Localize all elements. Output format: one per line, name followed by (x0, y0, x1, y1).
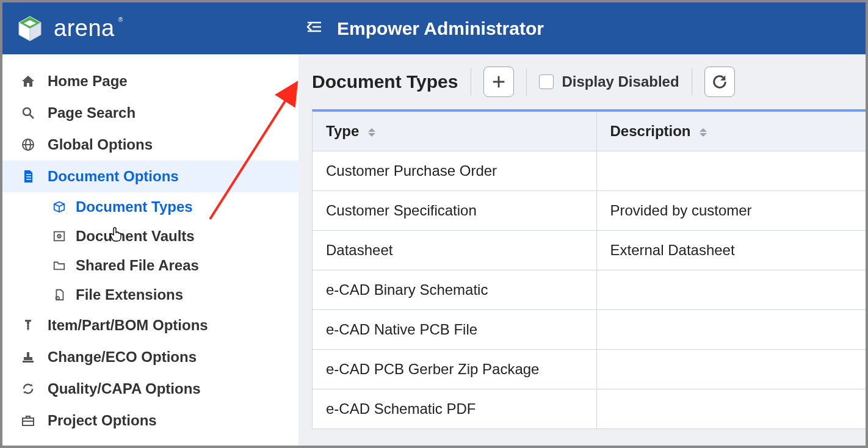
svg-point-17 (59, 236, 60, 237)
refresh-button[interactable] (704, 67, 735, 97)
cell-type: Customer Specification (313, 191, 596, 231)
home-icon (20, 73, 37, 90)
svg-rect-13 (26, 176, 31, 178)
briefcase-icon (20, 412, 37, 429)
sidebar-subitem-label: Document Types (76, 198, 193, 215)
svg-rect-21 (27, 352, 29, 357)
cell-type: e-CAD Schematic PDF (313, 389, 596, 429)
sidebar-item-home[interactable]: Home Page (2, 65, 298, 97)
sidebar-item-item-part-bom-options[interactable]: Item/Part/BOM Options (2, 309, 298, 341)
vault-icon (51, 228, 67, 244)
cell-type: Datasheet (313, 231, 596, 270)
svg-rect-23 (23, 361, 34, 363)
search-icon (20, 104, 37, 121)
cell-description (596, 310, 866, 350)
toggle-sidebar-button[interactable] (302, 16, 326, 41)
brand-block: arena ® (15, 13, 302, 44)
sidebar: Home Page Page Search Global Options Doc… (2, 54, 298, 446)
sidebar-item-label: Quality/CAPA Options (48, 380, 201, 397)
document-icon (20, 168, 37, 185)
column-header-label: Type (326, 123, 359, 139)
cell-type: e-CAD Binary Schematic (313, 270, 596, 310)
checkbox-icon[interactable] (539, 74, 554, 89)
globe-icon (20, 136, 37, 153)
svg-text:i: i (57, 297, 58, 300)
divider (526, 68, 527, 95)
sort-icon (700, 128, 707, 137)
svg-point-7 (23, 108, 31, 115)
file-info-icon: i (51, 287, 67, 303)
folder-icon (51, 258, 67, 273)
sidebar-subitem-shared-file-areas[interactable]: Shared File Areas (39, 251, 298, 280)
sidebar-subitem-file-extensions[interactable]: i File Extensions (39, 280, 298, 309)
sidebar-subitem-document-types[interactable]: Document Types (39, 192, 298, 222)
svg-rect-14 (26, 179, 31, 180)
main-panel: Document Types Display Disabled (298, 54, 866, 446)
table-row[interactable]: e-CAD PCB Gerber Zip Package (313, 350, 866, 389)
document-options-subitems: Document Types Document Vaults Shared Fi… (2, 192, 298, 309)
stamp-icon (20, 349, 37, 366)
brand-name: arena (54, 15, 115, 42)
sidebar-item-label: Global Options (48, 136, 153, 153)
refresh-icon (711, 73, 728, 90)
cell-type: e-CAD PCB Gerber Zip Package (313, 350, 596, 389)
table-row[interactable]: e-CAD Schematic PDF (313, 389, 866, 429)
sidebar-item-global-options[interactable]: Global Options (2, 129, 298, 161)
screw-icon (20, 317, 37, 334)
svg-rect-12 (26, 174, 31, 175)
cell-description: External Datasheet (596, 231, 866, 270)
sidebar-item-document-options[interactable]: Document Options (2, 161, 298, 192)
app-title: Empower Administrator (337, 18, 544, 39)
sidebar-item-label: Home Page (48, 73, 128, 90)
brand-logo-icon (15, 13, 45, 44)
table-header-row: Type Description (313, 112, 866, 151)
add-button[interactable] (483, 67, 514, 97)
cycle-icon (20, 380, 37, 397)
divider (471, 68, 471, 95)
column-header-type[interactable]: Type (313, 112, 596, 151)
table-row[interactable]: Customer Purchase Order (313, 151, 866, 191)
sidebar-item-change-eco-options[interactable]: Change/ECO Options (2, 341, 298, 373)
table-row[interactable]: DatasheetExternal Datasheet (313, 231, 866, 270)
sidebar-item-project-options[interactable]: Project Options (2, 405, 298, 436)
svg-rect-20 (25, 320, 31, 322)
sidebar-item-label: Item/Part/BOM Options (48, 317, 208, 334)
column-header-label: Description (610, 123, 691, 139)
sidebar-subitem-label: Shared File Areas (76, 257, 199, 274)
cell-description (596, 350, 866, 389)
sort-icon (368, 128, 375, 137)
sidebar-subitem-label: Document Vaults (76, 228, 195, 245)
sidebar-subitem-label: File Extensions (76, 286, 183, 303)
divider (692, 68, 692, 95)
plus-icon (490, 73, 507, 90)
cell-type: Customer Purchase Order (313, 151, 596, 191)
sidebar-item-label: Document Options (48, 168, 179, 185)
sidebar-item-label: Project Options (48, 412, 157, 429)
cell-description (596, 389, 866, 429)
page-header: Document Types Display Disabled (298, 54, 866, 109)
svg-rect-22 (24, 357, 32, 360)
sidebar-item-label: Page Search (48, 104, 136, 121)
menu-collapse-icon (305, 20, 322, 37)
top-bar: arena ® Empower Administrator (2, 2, 866, 54)
trademark-icon: ® (118, 16, 123, 23)
cell-description (596, 151, 866, 191)
sidebar-item-quality-capa-options[interactable]: Quality/CAPA Options (2, 373, 298, 405)
sidebar-item-page-search[interactable]: Page Search (2, 97, 298, 129)
table-row[interactable]: e-CAD Binary Schematic (313, 270, 866, 310)
box-icon (51, 199, 67, 215)
page-title: Document Types (312, 71, 458, 92)
table-row[interactable]: e-CAD Native PCB File (313, 310, 866, 350)
cell-description: Provided by customer (596, 191, 866, 231)
table-row[interactable]: Customer SpecificationProvided by custom… (313, 191, 866, 231)
document-types-table: Type Description Customer Purchase Order… (312, 109, 866, 429)
display-disabled-toggle[interactable]: Display Disabled (539, 73, 679, 90)
cell-description (596, 270, 866, 310)
column-header-description[interactable]: Description (596, 112, 866, 151)
sidebar-subitem-document-vaults[interactable]: Document Vaults (39, 222, 298, 251)
cell-type: e-CAD Native PCB File (313, 310, 596, 350)
display-disabled-label: Display Disabled (562, 73, 679, 90)
sidebar-item-label: Change/ECO Options (48, 349, 197, 366)
svg-line-8 (30, 115, 34, 118)
